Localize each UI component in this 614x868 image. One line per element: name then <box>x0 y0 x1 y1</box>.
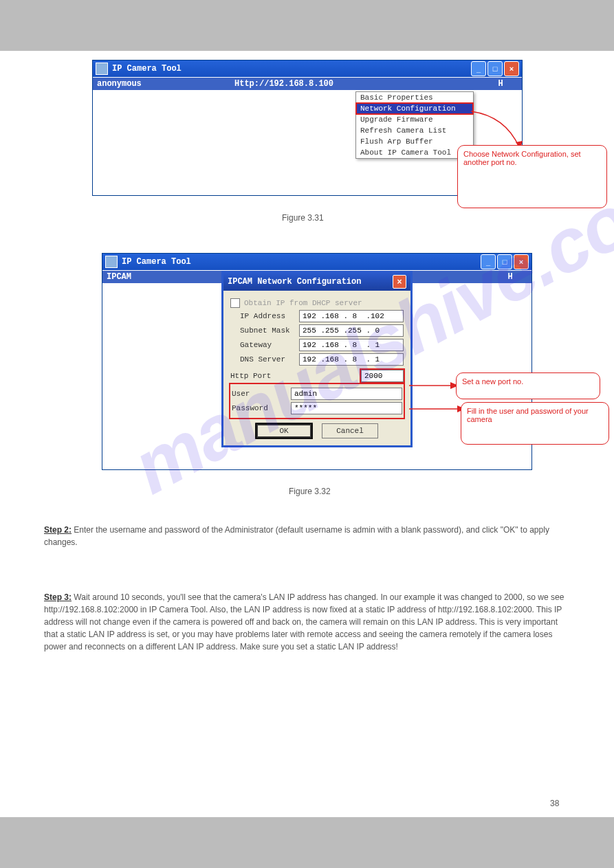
ok-button[interactable]: OK <box>256 423 312 438</box>
page-top-margin <box>0 0 614 51</box>
step-2-paragraph: Step 2: Enter the username and password … <box>44 524 572 548</box>
menu-flush-arp-buffer[interactable]: Flush Arp Buffer <box>356 136 473 147</box>
camera-name: anonymous <box>97 79 234 89</box>
menu-upgrade-firmware[interactable]: Upgrade Firmware <box>356 114 473 125</box>
figure-label: Figure 3.32 <box>289 487 331 496</box>
camera-url: Http://192.168.8.100 <box>234 79 483 89</box>
subnet-label: Subnet Mask <box>240 326 299 335</box>
close-button[interactable]: × <box>514 254 529 269</box>
titlebar-text: IP Camera Tool <box>112 64 182 74</box>
figure-label: Figure 3.31 <box>282 213 324 223</box>
page-number: 38 <box>550 797 559 810</box>
callout-text: Set a new port no. <box>462 377 523 386</box>
document-page: manualshive.com IP Camera Tool _ □ × ano… <box>0 51 614 817</box>
camera-col3: H <box>483 79 518 89</box>
menu-about-ip-camera-tool[interactable]: About IP Camera Tool <box>356 147 473 158</box>
app-icon <box>105 256 118 268</box>
step-2-head: Step 2: <box>44 525 72 535</box>
ip-input[interactable] <box>299 310 404 322</box>
step-2-body: Enter the username and password of the A… <box>44 525 549 547</box>
callout-network-config: Choose Network Configuration, set anothe… <box>457 145 607 208</box>
step-3-body: Wait around 10 seconds, you'll see that … <box>44 592 564 652</box>
user-label: User <box>232 390 291 398</box>
dialog-titlebar: IPCAM Network Configuration × <box>223 273 410 291</box>
maximize-button[interactable]: □ <box>497 254 512 269</box>
minimize-button[interactable]: _ <box>481 254 496 269</box>
camera-list-row[interactable]: anonymous Http://192.168.8.100 H <box>93 77 522 90</box>
ip-label: IP Address <box>240 312 299 320</box>
dialog-title: IPCAM Network Configuration <box>228 277 361 287</box>
menu-basic-properties[interactable]: Basic Properties <box>356 92 473 103</box>
dialog-close-button[interactable]: × <box>393 275 406 289</box>
password-label: Password <box>232 404 291 412</box>
subnet-input[interactable] <box>299 324 404 337</box>
callout-userpwd: Fill in the user and password of your ca… <box>461 402 609 445</box>
callout-port: Set a new port no. <box>456 372 600 399</box>
port-input[interactable] <box>361 370 404 382</box>
dns-input[interactable] <box>299 353 404 366</box>
context-menu: Basic Properties Network Configuration U… <box>355 91 474 159</box>
password-input[interactable] <box>291 402 402 414</box>
camera-col3: H <box>493 272 527 282</box>
titlebar: IP Camera Tool _ □ × <box>102 254 531 270</box>
maximize-button[interactable]: □ <box>487 61 503 76</box>
app-icon <box>96 63 108 75</box>
titlebar-text: IP Camera Tool <box>122 257 191 267</box>
network-config-dialog: IPCAM Network Configuration × Obtain IP … <box>221 271 413 447</box>
gateway-input[interactable] <box>299 339 404 351</box>
step-3-paragraph: Step 3: Wait around 10 seconds, you'll s… <box>44 591 572 653</box>
dhcp-label: Obtain IP from DHCP server <box>244 299 362 307</box>
close-button[interactable]: × <box>504 61 519 76</box>
menu-network-configuration[interactable]: Network Configuration <box>356 103 473 114</box>
user-input[interactable] <box>291 388 402 400</box>
page-bottom-margin <box>0 817 614 868</box>
step-3-head: Step 3: <box>44 592 72 602</box>
port-label: Http Port <box>230 372 289 380</box>
menu-refresh-camera-list[interactable]: Refresh Camera List <box>356 125 473 136</box>
gateway-label: Gateway <box>240 341 299 349</box>
cancel-button[interactable]: Cancel <box>322 423 378 438</box>
callout-text: Choose Network Configuration, set anothe… <box>463 150 581 166</box>
callout-text: Fill in the user and password of your ca… <box>467 407 589 423</box>
dns-label: DNS Server <box>240 355 299 364</box>
dhcp-checkbox[interactable] <box>230 298 240 308</box>
minimize-button[interactable]: _ <box>471 61 486 76</box>
titlebar: IP Camera Tool _ □ × <box>93 60 522 77</box>
